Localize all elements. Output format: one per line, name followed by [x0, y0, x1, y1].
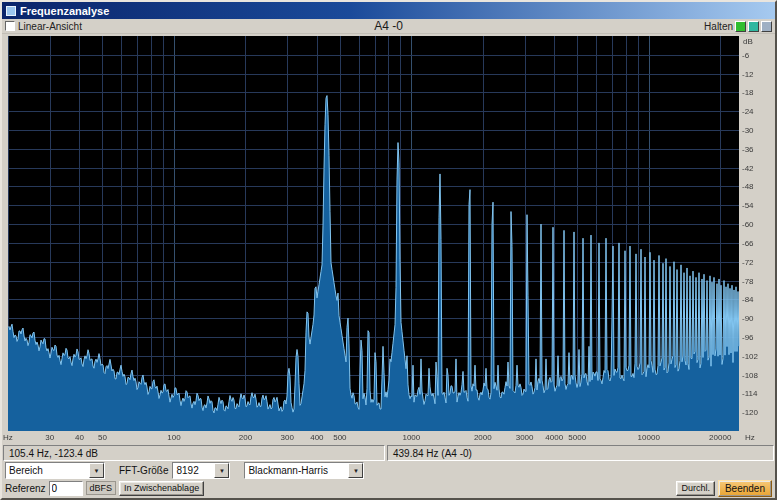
bottom-row: Referenz dBFS In Zwischenablage Durchl. …	[2, 480, 775, 498]
linear-view-label: Linear-Ansicht	[18, 21, 82, 32]
hold-button-3[interactable]	[761, 21, 772, 32]
window-title: Frequenzanalyse	[20, 5, 109, 17]
fft-size-label: FFT-Größe	[119, 465, 168, 476]
referenz-input[interactable]	[49, 481, 83, 496]
fft-size-select[interactable]: 8192 ▼	[172, 462, 230, 479]
chevron-down-icon[interactable]: ▼	[89, 463, 104, 478]
frequency-analysis-window: Frequenzanalyse Linear-Ansicht A4 -0 Hal…	[0, 0, 777, 500]
toolbar: Linear-Ansicht A4 -0 Halten	[2, 19, 775, 34]
dbfs-label: dBFS	[86, 481, 117, 495]
checkbox-icon[interactable]	[5, 21, 15, 31]
window-action-group: Durchl. Beenden	[676, 480, 772, 497]
window-function-select-value: Blackmann-Harris	[245, 463, 348, 478]
referenz-label: Referenz	[5, 483, 46, 494]
spectrum-plot[interactable]	[2, 34, 775, 444]
beenden-button[interactable]: Beenden	[718, 480, 772, 497]
cursor-readout: 105.4 Hz, -123.4 dB	[3, 445, 385, 461]
linear-view-toggle[interactable]: Linear-Ansicht	[5, 21, 82, 32]
fft-size-select-value: 8192	[173, 463, 214, 478]
status-row: 105.4 Hz, -123.4 dB 439.84 Hz (A4 -0)	[2, 444, 775, 461]
app-icon	[6, 6, 16, 16]
bereich-select[interactable]: Bereich ▼	[5, 462, 105, 479]
halten-group: Halten	[704, 21, 772, 32]
copy-to-clipboard-button[interactable]: In Zwischenablage	[119, 481, 204, 496]
chevron-down-icon[interactable]: ▼	[214, 463, 229, 478]
note-title: A4 -0	[2, 19, 775, 33]
controls-row: Bereich ▼ FFT-Größe 8192 ▼ Blackmann-Har…	[2, 461, 775, 480]
window-function-select[interactable]: Blackmann-Harris ▼	[244, 462, 364, 479]
hold-button-2[interactable]	[748, 21, 759, 32]
halten-label: Halten	[704, 21, 733, 32]
titlebar[interactable]: Frequenzanalyse	[2, 2, 775, 19]
chevron-down-icon[interactable]: ▼	[348, 463, 363, 478]
durchlauf-button[interactable]: Durchl.	[676, 481, 715, 496]
hold-button-1[interactable]	[735, 21, 746, 32]
peak-readout: 439.84 Hz (A4 -0)	[387, 445, 774, 461]
bereich-select-value: Bereich	[6, 463, 89, 478]
